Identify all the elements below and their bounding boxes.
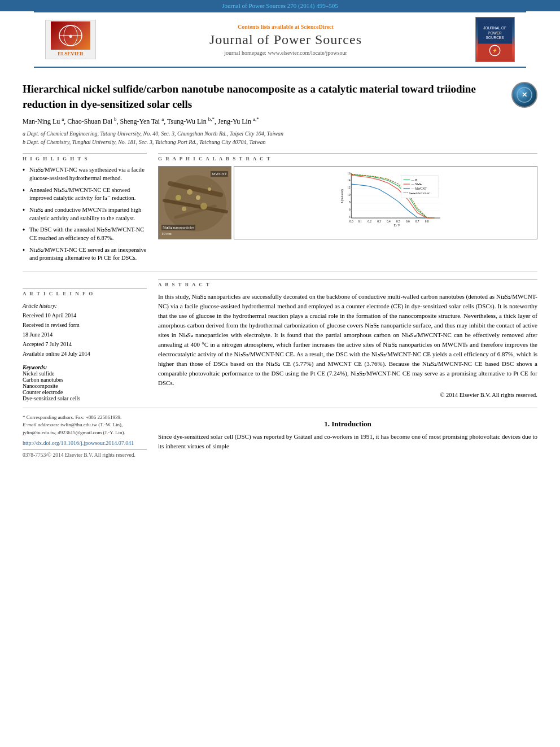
section-divider-2 — [23, 408, 537, 408]
abstract-column: A B S T R A C T In this study, Ni₃S₂ nan… — [158, 279, 537, 402]
svg-point-22 — [208, 187, 211, 191]
abstract-label: A B S T R A C T — [158, 279, 537, 287]
svg-text:6: 6 — [349, 208, 351, 211]
highlights-column: H I G H L I G H T S Ni₃S₂/MWCNT-NC was s… — [23, 153, 147, 266]
svg-point-20 — [200, 203, 207, 209]
article-history: Article history: Received 10 April 2014 … — [23, 301, 147, 359]
svg-text:SOURCES: SOURCES — [486, 36, 505, 40]
highlight-item-2: Annealed Ni₃S₂/MWCNT-NC CE showed improv… — [23, 186, 147, 203]
corresponding-note: * Corresponding authors. Fax: +886 22586… — [23, 414, 147, 422]
abstract-body: In this study, Ni₃S₂ nanoparticles are s… — [158, 292, 537, 388]
journal-reference-text: Journal of Power Sources 270 (2014) 499–… — [222, 2, 338, 9]
highlights-abstract-row: H I G H L I G H T S Ni₃S₂/MWCNT-NC was s… — [23, 153, 537, 266]
introduction-section: * Corresponding authors. Fax: +886 22586… — [23, 414, 537, 458]
svg-text:0.2: 0.2 — [368, 220, 371, 223]
revised-label: Received in revised form — [23, 320, 147, 330]
svg-text:POWER: POWER — [488, 30, 502, 34]
info-abstract-row: A R T I C L E I N F O Article history: R… — [23, 279, 537, 402]
authors-text: Man-Ning Lu a, Chao-Shuan Dai b, Sheng-Y… — [23, 117, 259, 125]
keywords-section: Keywords: Nickel sulfide Carbon nanotube… — [23, 364, 147, 401]
svg-text:12: 12 — [347, 186, 351, 189]
jv-chart: 4 6 8 10 12 14 16 0.0 — [234, 166, 537, 239]
svg-text:— MWCNT: — MWCNT — [410, 187, 427, 190]
journal-center: Contents lists available at ScienceDirec… — [96, 24, 475, 56]
svg-text:8: 8 — [349, 200, 351, 204]
svg-text:0.0: 0.0 — [349, 220, 353, 223]
journal-header: ⊕ ELSEVIER Contents lists available at S… — [34, 11, 526, 68]
intro-heading: 1. Introduction — [158, 420, 537, 429]
chart-svg: 4 6 8 10 12 14 16 0.0 — [248, 171, 532, 228]
abstract-text: In this study, Ni₃S₂ nanoparticles are s… — [158, 292, 537, 400]
keyword-1: Nickel sulfide — [23, 370, 54, 377]
graphical-abstract-label: G R A P H I C A L A B S T R A C T — [158, 153, 537, 161]
svg-text:0.1: 0.1 — [358, 220, 362, 223]
svg-point-23 — [176, 195, 181, 200]
keyword-2: Carbon nanotubes — [23, 377, 64, 383]
history-label: Article history: — [23, 301, 147, 311]
received-date: Received 10 April 2014 — [23, 311, 147, 320]
graphical-abstract-image: MWCNT Ni₃S₂ nanoparticles 10 nm 4 6 8 — [158, 166, 537, 239]
tem-image: MWCNT Ni₃S₂ nanoparticles 10 nm — [158, 166, 231, 239]
highlight-item-5: Ni₃S₂/MWCNT-NC CE served as an inexpensi… — [23, 246, 147, 263]
keywords-label: Keywords: — [23, 364, 47, 370]
abstract-copyright: © 2014 Elsevier B.V. All rights reserved… — [158, 391, 537, 400]
svg-text:0.3: 0.3 — [377, 220, 381, 223]
elsevier-label: ELSEVIER — [58, 51, 84, 56]
keyword-5: Dye-sensitized solar cells — [23, 395, 80, 401]
svg-text:0.8: 0.8 — [425, 220, 429, 223]
svg-text:E / V: E / V — [393, 224, 400, 227]
svg-text:— Ni₃S₂: — Ni₃S₂ — [410, 183, 422, 186]
svg-text:— Pt: — Pt — [410, 178, 418, 182]
svg-text:0.4: 0.4 — [387, 220, 391, 223]
email-line: E-mail addresses: twlin@thu.edu.tw (T.-W… — [23, 421, 147, 436]
affiliations: a Dept. of Chemical Engineering, Tatung … — [23, 129, 537, 146]
svg-text:✕: ✕ — [522, 91, 527, 99]
authors-line: Man-Ning Lu a, Chao-Shuan Dai b, Sheng-Y… — [23, 116, 537, 126]
affiliation-a: a Dept. of Chemical Engineering, Tatung … — [23, 129, 537, 138]
svg-text:Ni₃S₂/MWCNT-NC: Ni₃S₂/MWCNT-NC — [409, 192, 431, 195]
highlights-label: H I G H L I G H T S — [23, 153, 147, 161]
section-divider-1 — [23, 272, 537, 272]
email-label: E-mail addresses: — [23, 422, 59, 427]
title-area: Hierarchical nickel sulfide/carbon nanot… — [23, 82, 537, 112]
svg-text:⊕: ⊕ — [68, 34, 72, 39]
elsevier-logo: ⊕ ELSEVIER — [45, 20, 96, 59]
keyword-4: Counter electrode — [23, 389, 63, 395]
svg-text:0.7: 0.7 — [415, 220, 419, 223]
article-info-column: A R T I C L E I N F O Article history: R… — [23, 288, 147, 402]
introduction-text: Since dye-sensitized solar cell (DSC) wa… — [158, 432, 537, 451]
intro-paragraph: Since dye-sensitized solar cell (DSC) wa… — [158, 432, 537, 451]
svg-text:4: 4 — [349, 215, 351, 219]
homepage-label: journal homepage: www.elsevier.com/locat… — [224, 50, 347, 56]
svg-point-18 — [187, 189, 193, 195]
journal-thumbnail: JOURNAL OF POWER SOURCES ⚡ — [475, 17, 515, 62]
svg-text:0.5: 0.5 — [396, 220, 400, 223]
svg-text:0.6: 0.6 — [406, 220, 410, 223]
contents-label: Contents lists available at — [238, 24, 299, 30]
sciencedirect-label: ScienceDirect — [301, 24, 334, 30]
svg-text:J (mA/cm²): J (mA/cm²) — [340, 189, 344, 203]
svg-text:14: 14 — [347, 178, 351, 182]
highlights-list: Ni₃S₂/MWCNT-NC was synthesized via a fac… — [23, 166, 147, 263]
journal-title: Journal of Power Sources — [107, 32, 464, 47]
introduction-column: 1. Introduction Since dye-sensitized sol… — [158, 414, 537, 458]
svg-text:⚡: ⚡ — [492, 48, 498, 53]
doi-link[interactable]: http://dx.doi.org/10.1016/j.jpowsour.201… — [23, 440, 147, 446]
sciencedirect-line: Contents lists available at ScienceDirec… — [107, 24, 464, 30]
highlight-item-4: The DSC with the annealed Ni₃S₂/MWCNT-NC… — [23, 226, 147, 242]
scale-label: 10 nm — [161, 231, 172, 236]
keywords-block: Keywords: Nickel sulfide Carbon nanotube… — [23, 364, 147, 401]
footnotes-column: * Corresponding authors. Fax: +886 22586… — [23, 414, 147, 458]
revised-date: 18 June 2014 — [23, 330, 147, 339]
svg-text:10: 10 — [347, 193, 351, 196]
affiliation-b: b Dept. of Chemistry, Tunghai University… — [23, 138, 537, 146]
available-date: Available online 24 July 2014 — [23, 349, 147, 359]
footer-bar: 0378-7753/© 2014 Elsevier B.V. All right… — [23, 449, 147, 458]
footnotes: * Corresponding authors. Fax: +886 22586… — [23, 414, 147, 437]
elsevier-logo-image: ⊕ — [51, 21, 90, 50]
svg-point-21 — [182, 207, 186, 211]
highlight-item-1: Ni₃S₂/MWCNT-NC was synthesized via a fac… — [23, 166, 147, 182]
highlight-item-3: Ni₃S₂ and conductive MWCNTs imparted hig… — [23, 206, 147, 222]
keyword-3: Nanocomposite — [23, 383, 58, 389]
crossmark-badge: ✕ — [511, 82, 537, 108]
